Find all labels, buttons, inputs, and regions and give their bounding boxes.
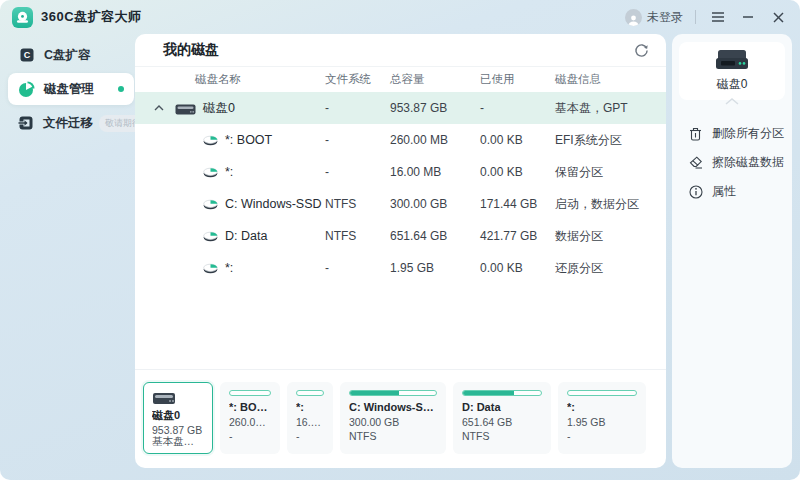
usage-bar xyxy=(229,390,271,396)
cell-total: 260.00 MB xyxy=(390,133,480,147)
action-label: 擦除磁盘数据 xyxy=(712,154,784,171)
titlebar-divider xyxy=(695,10,696,24)
sidebar-item-c-drive-expand[interactable]: C C盘扩容 xyxy=(8,40,134,70)
cell-info: 基本盘，GPT xyxy=(555,100,650,117)
card-name: *: BOOT xyxy=(229,401,271,413)
cell-used: 0.00 KB xyxy=(480,165,555,179)
selected-disk-card: 磁盘0 xyxy=(679,42,785,100)
action-label: 删除所有分区 xyxy=(712,125,784,142)
sidebar-item-disk-management[interactable]: 磁盘管理 xyxy=(8,73,134,105)
cell-info: EFI系统分区 xyxy=(555,132,650,149)
cell-total: 651.64 GB xyxy=(390,229,480,243)
properties-button[interactable]: 属性 xyxy=(672,177,792,206)
table-row-partition[interactable]: C: Windows-SSD NTFS 300.00 GB 171.44 GB … xyxy=(135,188,666,220)
cell-used: 421.77 GB xyxy=(480,229,555,243)
close-icon[interactable] xyxy=(768,7,788,27)
cell-info: 数据分区 xyxy=(555,228,650,245)
table-row-partition[interactable]: *: BOOT - 260.00 MB 0.00 KB EFI系统分区 xyxy=(135,124,666,156)
partition-card-reserved[interactable]: *: 16.00 MB - xyxy=(287,382,333,454)
file-migrate-icon xyxy=(18,115,34,132)
menu-icon[interactable] xyxy=(708,7,728,27)
pie-chart-icon xyxy=(18,81,35,98)
app-logo-icon xyxy=(12,7,33,28)
cell-total: 300.00 GB xyxy=(390,197,480,211)
sidebar: C C盘扩容 磁盘管理 文件迁移 敬请期待 xyxy=(8,40,134,141)
app-window: 360C盘扩容大师 未登录 C C盘扩容 xyxy=(0,0,800,480)
card-fs: NTFS xyxy=(349,429,437,443)
card-capacity: 651.64 GB xyxy=(462,415,542,429)
panel-header: 我的磁盘 xyxy=(135,34,666,67)
cell-total: 1.95 GB xyxy=(390,261,480,275)
partition-icon xyxy=(203,134,218,146)
user-account[interactable]: 未登录 xyxy=(625,9,683,26)
partition-icon xyxy=(203,166,218,178)
info-circle-icon xyxy=(688,184,703,199)
minimize-icon[interactable] xyxy=(738,7,758,27)
card-info: 基本盘，GPT xyxy=(152,434,204,446)
cell-fs: - xyxy=(325,165,390,179)
usage-bar xyxy=(296,390,324,396)
col-total-capacity: 总容量 xyxy=(390,72,480,87)
disk-actions-menu: 删除所有分区 擦除磁盘数据 属性 xyxy=(672,119,792,206)
chevron-up-icon[interactable] xyxy=(151,100,167,116)
disk-cards-strip: 磁盘0 953.87 GB 基本盘，GPT *: BOOT 260.00 MB … xyxy=(135,369,666,456)
cell-used: 171.44 GB xyxy=(480,197,555,211)
table-row-partition[interactable]: D: Data NTFS 651.64 GB 421.77 GB 数据分区 xyxy=(135,220,666,252)
card-name: *: xyxy=(567,401,637,413)
partition-icon xyxy=(203,262,218,274)
table-row-partition[interactable]: *: - 1.95 GB 0.00 KB 还原分区 xyxy=(135,252,666,284)
cell-fs: NTFS xyxy=(325,229,390,243)
card-name: D: Data xyxy=(462,401,542,413)
partition-card-boot[interactable]: *: BOOT 260.00 MB - xyxy=(220,382,280,454)
card-fs: - xyxy=(229,429,271,443)
table-header: 磁盘名称 文件系统 总容量 已使用 磁盘信息 xyxy=(135,67,666,92)
titlebar: 360C盘扩容大师 未登录 xyxy=(0,0,800,34)
partition-icon xyxy=(203,230,218,242)
card-capacity: 953.87 GB xyxy=(152,423,204,435)
partition-name: *: xyxy=(225,261,233,275)
usage-bar xyxy=(349,390,437,396)
partition-name: D: Data xyxy=(225,229,267,243)
col-file-system: 文件系统 xyxy=(325,72,390,87)
col-disk-info: 磁盘信息 xyxy=(555,72,650,87)
cell-fs: NTFS xyxy=(325,197,390,211)
card-fs: - xyxy=(296,429,324,443)
chevron-up-icon xyxy=(672,98,792,105)
cell-used: - xyxy=(480,101,555,115)
partition-card-c[interactable]: C: Windows-SSD 300.00 GB NTFS xyxy=(340,382,446,454)
card-fs: NTFS xyxy=(462,429,542,443)
sidebar-item-label: 文件迁移 xyxy=(43,115,93,132)
table-row-partition[interactable]: *: - 16.00 MB 0.00 KB 保留分区 xyxy=(135,156,666,188)
disk-drive-icon xyxy=(714,49,750,71)
cell-info: 还原分区 xyxy=(555,260,650,277)
card-capacity: 260.00 MB xyxy=(229,415,271,429)
right-panel: 磁盘0 删除所有分区 擦除磁盘数据 属性 xyxy=(672,34,792,468)
disk-icon xyxy=(175,102,196,115)
erase-disk-data-button[interactable]: 擦除磁盘数据 xyxy=(672,148,792,177)
cell-fs: - xyxy=(325,101,390,115)
partition-name: *: xyxy=(225,165,233,179)
cell-info: 保留分区 xyxy=(555,164,650,181)
card-name: 磁盘0 xyxy=(152,408,204,421)
cell-total: 16.00 MB xyxy=(390,165,480,179)
card-name: C: Windows-SSD xyxy=(349,401,437,413)
cell-fs: - xyxy=(325,261,390,275)
disk-icon xyxy=(152,390,204,405)
cell-used: 0.00 KB xyxy=(480,133,555,147)
action-label: 属性 xyxy=(712,183,736,200)
svg-text:C: C xyxy=(23,50,30,60)
table-row-disk0[interactable]: 磁盘0 - 953.87 GB - 基本盘，GPT xyxy=(135,92,666,124)
disk-card-disk0[interactable]: 磁盘0 953.87 GB 基本盘，GPT xyxy=(143,382,213,454)
sidebar-item-label: C盘扩容 xyxy=(44,47,91,64)
refresh-icon[interactable] xyxy=(630,39,652,61)
sidebar-item-file-migration[interactable]: 文件迁移 敬请期待 xyxy=(8,108,134,138)
col-used: 已使用 xyxy=(480,72,555,87)
eraser-icon xyxy=(688,155,703,170)
cell-total: 953.87 GB xyxy=(390,101,480,115)
page-title: 我的磁盘 xyxy=(163,41,219,59)
partition-card-d[interactable]: D: Data 651.64 GB NTFS xyxy=(453,382,551,454)
delete-all-partitions-button[interactable]: 删除所有分区 xyxy=(672,119,792,148)
card-capacity: 300.00 GB xyxy=(349,415,437,429)
login-status-label: 未登录 xyxy=(647,9,683,26)
partition-card-recovery[interactable]: *: 1.95 GB - xyxy=(558,382,646,454)
